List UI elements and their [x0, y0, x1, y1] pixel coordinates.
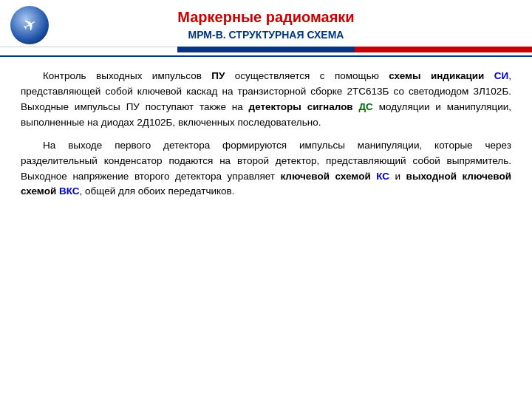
text-ds: ДС — [359, 101, 373, 112]
paragraph-1: Контроль выходных импульсов ПУ осуществл… — [21, 69, 511, 131]
logo-circle: ✈ — [10, 6, 49, 44]
flag-bar — [0, 47, 532, 52]
text-si: СИ — [494, 70, 508, 81]
content-area: Контроль выходных импульсов ПУ осуществл… — [0, 60, 532, 208]
header-top: ✈ Маркерные радиомаяки МРМ-В. СТРУКТУРНА… — [0, 0, 532, 47]
main-title: Маркерные радиомаяки — [52, 9, 480, 26]
text-vks: ВКС — [59, 185, 80, 197]
title-area: Маркерные радиомаяки МРМ-В. СТРУКТУРНАЯ … — [52, 9, 480, 41]
text-key-scheme: ключевой схемой — [280, 171, 370, 182]
sub-title: МРМ-В. СТРУКТУРНАЯ СХЕМА — [52, 29, 480, 41]
text-detectors: детекторы сигналов — [249, 101, 353, 112]
page-container: ✈ Маркерные радиомаяки МРМ-В. СТРУКТУРНА… — [0, 0, 532, 399]
text-space2 — [353, 101, 359, 112]
text-ks: КС — [376, 171, 389, 182]
text-space1 — [484, 70, 494, 81]
text-rest2: , общей для обоих передатчиков. — [80, 185, 235, 197]
text-via: осуществляется с помощью — [225, 70, 389, 81]
paragraph-2: На выходе первого детектора формируются … — [21, 138, 511, 200]
text-control: Контроль выходных импульсов — [43, 70, 211, 81]
airplane-icon: ✈ — [19, 13, 41, 37]
flag-red-stripe — [355, 47, 532, 52]
text-and: и — [389, 171, 406, 182]
header: ✈ Маркерные радиомаяки МРМ-В. СТРУКТУРНА… — [0, 0, 532, 60]
logo-area: ✈ — [7, 4, 52, 45]
flag-blue-stripe — [177, 47, 355, 52]
text-pu: ПУ — [211, 70, 225, 81]
flag-white-stripe — [0, 47, 177, 52]
text-scheme-ind: схемы индикации — [389, 70, 484, 81]
divider-line — [0, 55, 532, 57]
